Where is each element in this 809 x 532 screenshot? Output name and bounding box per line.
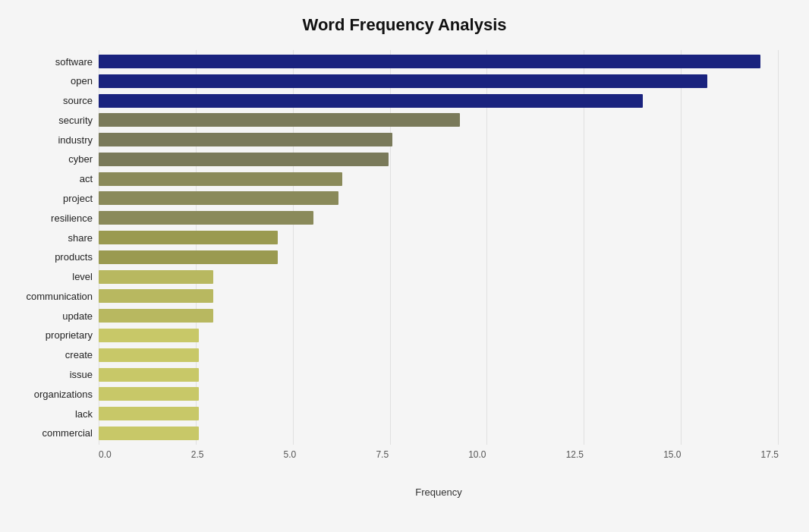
bar-row: software [99,53,779,70]
x-tick: 15.0 [663,449,681,460]
bar-row: update [99,307,779,324]
bar [99,329,199,342]
bar-label: organizations [9,389,93,400]
bar-label: cyber [9,153,93,165]
bar-row: resilience [99,209,779,226]
x-tick: 7.5 [376,449,389,460]
bar-label: resilience [9,212,93,224]
bar-row: products [99,249,779,266]
bar [99,74,707,88]
bar-row: security [99,112,779,128]
bar-label: level [9,271,93,282]
bar-label: share [9,232,93,244]
bar [99,172,342,186]
bar-row: share [99,229,779,246]
bar-label: commercial [9,427,93,439]
bar-label: proprietary [9,329,93,341]
bar-label: open [9,75,93,87]
bar [99,289,213,303]
bars-area: softwareopensourcesecurityindustrycybera… [99,50,779,445]
bar-row: open [99,73,779,90]
bar-label: software [9,56,93,68]
bar [99,231,278,244]
bar-label: industry [9,134,93,146]
bar-row: act [99,171,779,187]
bar-row: commercial [99,425,779,442]
bar-label: source [9,95,93,106]
bar-row: issue [99,367,779,383]
bar-row: create [99,347,779,364]
bar-row: project [99,190,779,206]
bar [99,427,199,440]
bar [99,270,213,284]
bar-label: lack [9,408,93,420]
x-tick: 2.5 [191,449,204,460]
x-tick: 17.5 [761,449,779,460]
bar-row: source [99,93,779,109]
bar [99,133,392,146]
bar [99,153,389,166]
chart-container: Word Frequency Analysis softwareopensour… [0,0,809,532]
bar [99,368,199,382]
bar-label: issue [9,369,93,380]
bar [99,348,199,362]
x-tick: 0.0 [99,449,112,460]
bar [99,387,199,401]
bar-row: lack [99,405,779,422]
bar [99,191,338,205]
bar-label: act [9,173,93,184]
bar-row: level [99,269,779,285]
bar-label: project [9,193,93,204]
bar-label: security [9,115,93,126]
bar-row: industry [99,131,779,148]
bar [99,250,278,264]
bar [99,94,643,108]
bar [99,113,460,127]
bar-label: communication [9,291,93,302]
x-axis: 0.02.55.07.510.012.515.017.5 [99,445,779,475]
x-tick: 12.5 [566,449,584,460]
bar-row: organizations [99,386,779,402]
bar [99,309,213,323]
bar [99,211,313,225]
x-tick: 5.0 [284,449,297,460]
bar-row: communication [99,288,779,304]
bar-row: cyber [99,151,779,168]
bar [99,55,760,68]
bar [99,407,199,420]
bar-label: update [9,310,93,322]
x-tick: 10.0 [468,449,486,460]
bar-row: proprietary [99,327,779,344]
x-axis-label: Frequency [99,486,779,498]
chart-title: Word Frequency Analysis [30,15,779,35]
bar-label: create [9,349,93,360]
chart-area: softwareopensourcesecurityindustrycybera… [99,50,779,475]
bar-label: products [9,251,93,263]
